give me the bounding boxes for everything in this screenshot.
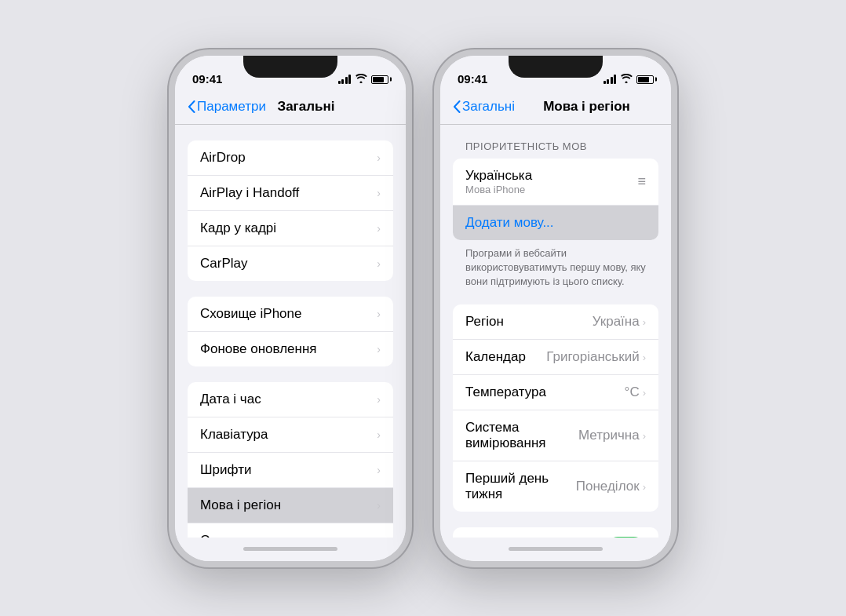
phone-2: 09:41: [434, 49, 677, 567]
list-item-keyboard[interactable]: Клавіатура ›: [188, 417, 393, 453]
settings-value: Понеділок ›: [576, 479, 646, 494]
settings-label: Система вимірювання: [465, 420, 578, 451]
list-item-label: Клавіатура: [200, 427, 268, 443]
list-item-carplay[interactable]: CarPlay ›: [188, 246, 393, 281]
chevron-icon: ›: [377, 187, 381, 199]
battery-icon: [371, 75, 388, 84]
list-item-label: Кадр у кадрі: [200, 221, 276, 236]
back-button-2[interactable]: Загальні: [453, 99, 515, 115]
settings-label: Регіон: [465, 314, 504, 330]
add-language-button[interactable]: Додати мову...: [453, 206, 658, 240]
list-item-datetime[interactable]: Дата і час ›: [188, 382, 393, 417]
settings-value: Григоріанський ›: [546, 349, 646, 365]
lang-description: Програми й вебсайти використовуватимуть …: [465, 246, 646, 290]
list-group-2: Сховище iPhone › Фонове оновлення ›: [188, 297, 393, 366]
back-button-1[interactable]: Параметри: [188, 99, 266, 115]
settings-label: Температура: [465, 385, 546, 400]
signal-icon: [338, 75, 352, 84]
chevron-icon: ›: [377, 222, 381, 235]
back-label-2: Загальні: [462, 99, 515, 115]
list-item-storage[interactable]: Сховище iPhone ›: [188, 297, 393, 332]
list-group-3: Дата і час › Клавіатура › Шрифти › Мова …: [188, 382, 393, 538]
nav-bar-2: Загальні Мова і регіон: [440, 90, 671, 125]
nav-title-2: Мова і регіон: [515, 99, 658, 115]
home-indicator-2: [440, 538, 671, 561]
lang-sub: Мова iPhone: [465, 184, 532, 195]
settings-value: Метрична ›: [578, 428, 646, 443]
lang-name: Українська: [465, 168, 532, 184]
chevron-icon: ›: [377, 464, 381, 476]
toggle-group: Текст наживо: [453, 527, 658, 537]
chevron-icon: ›: [377, 428, 381, 441]
list-item-kadr[interactable]: Кадр у кадрі ›: [188, 211, 393, 246]
settings-value: Україна ›: [593, 314, 646, 330]
list-item-label: CarPlay: [200, 256, 247, 272]
language-info: Українська Мова iPhone: [465, 168, 532, 195]
chevron-icon: ›: [377, 257, 381, 270]
chevron-icon: ›: [643, 430, 646, 442]
list-item-bgupdate[interactable]: Фонове оновлення ›: [188, 332, 393, 366]
content-2: ПРІОРИТЕТНІСТЬ МОВ Українська Мова iPhon…: [440, 125, 671, 538]
nav-bar-1: Параметри Загальні: [175, 90, 406, 125]
status-icons-1: [338, 74, 389, 86]
list-item-label: Дата і час: [200, 392, 261, 407]
chevron-icon: ›: [377, 499, 381, 512]
list-item-label: Мова і регіон: [200, 498, 281, 513]
language-item[interactable]: Українська Мова iPhone ≡: [453, 159, 658, 206]
chevron-icon: ›: [377, 393, 381, 406]
notch-2: [509, 56, 603, 78]
settings-item-weekday[interactable]: Перший день тижня Понеділок ›: [453, 461, 658, 512]
list-item-language[interactable]: Мова і регіон ›: [188, 488, 393, 523]
chevron-icon: ›: [377, 151, 381, 164]
settings-label: Перший день тижня: [465, 471, 576, 502]
settings-group: Регіон Україна › Календар Григоріанський…: [453, 304, 658, 512]
list-group-1: AirDrop › AirPlay i Handoff › Кадр у кад…: [188, 140, 393, 281]
battery-icon-2: [636, 75, 654, 84]
list-item-fonts[interactable]: Шрифти ›: [188, 453, 393, 488]
settings-value-text: Понеділок: [576, 479, 640, 494]
list-item-dictionary[interactable]: Словник ›: [188, 523, 393, 538]
list-item-label: AirPlay i Handoff: [200, 185, 299, 201]
settings-item-temp[interactable]: Температура °C ›: [453, 375, 658, 410]
list-item-label: Сховище iPhone: [200, 306, 301, 322]
list-item-label: AirDrop: [200, 150, 246, 166]
chevron-icon: ›: [377, 343, 381, 355]
settings-value-text: °C: [625, 385, 640, 400]
settings-value: °C ›: [625, 385, 646, 400]
content-1: AirDrop › AirPlay i Handoff › Кадр у кад…: [175, 125, 406, 538]
phones-container: 09:41: [169, 49, 677, 567]
section-header-lang: ПРІОРИТЕТНІСТЬ МОВ: [465, 140, 646, 152]
chevron-icon: ›: [377, 308, 381, 320]
list-item-label: Шрифти: [200, 462, 251, 478]
signal-icon-2: [604, 75, 617, 84]
toggle-item-livetext[interactable]: Текст наживо: [453, 527, 658, 537]
notch: [243, 56, 337, 78]
home-indicator-1: [175, 538, 406, 561]
back-label-1: Параметри: [197, 99, 266, 115]
status-time-2: 09:41: [458, 72, 487, 86]
chevron-icon: ›: [643, 481, 646, 493]
add-lang-text: Додати мову...: [465, 215, 554, 231]
chevron-icon: ›: [643, 387, 646, 399]
nav-title-1: Загальні: [266, 99, 346, 115]
phone-1: 09:41: [169, 49, 412, 567]
wifi-icon: [355, 74, 367, 86]
settings-value-text: Григоріанський: [546, 349, 639, 365]
settings-value-text: Україна: [593, 314, 640, 330]
list-item-airdrop[interactable]: AirDrop ›: [188, 140, 393, 176]
list-item-airplay[interactable]: AirPlay i Handoff ›: [188, 176, 393, 211]
status-icons-2: [604, 74, 655, 86]
drag-handle-icon: ≡: [637, 173, 646, 190]
settings-label: Календар: [465, 349, 526, 365]
settings-item-region[interactable]: Регіон Україна ›: [453, 304, 658, 340]
wifi-icon-2: [620, 74, 633, 86]
status-time-1: 09:41: [192, 72, 222, 86]
list-item-label: Фонове оновлення: [200, 341, 317, 357]
chevron-icon: ›: [643, 316, 646, 328]
chevron-icon: ›: [643, 352, 646, 363]
settings-value-text: Метрична: [578, 428, 640, 443]
settings-item-calendar[interactable]: Календар Григоріанський ›: [453, 340, 658, 375]
settings-item-measure[interactable]: Система вимірювання Метрична ›: [453, 410, 658, 461]
